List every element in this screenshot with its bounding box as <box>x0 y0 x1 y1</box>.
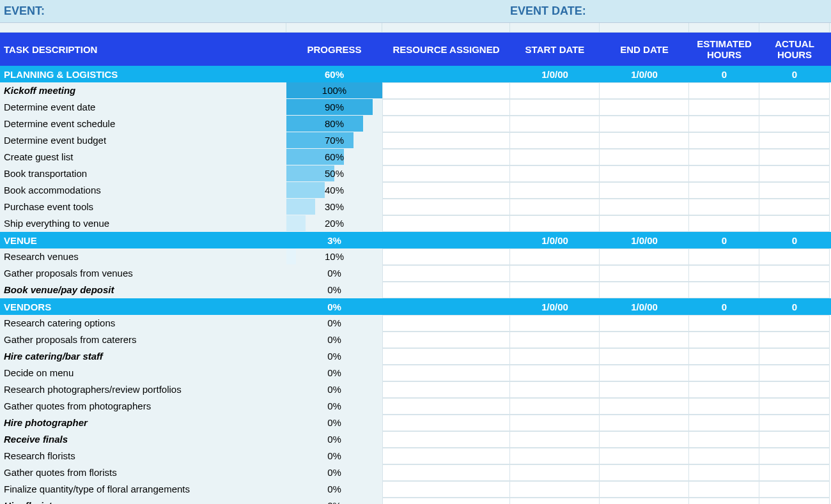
end-cell[interactable] <box>600 315 689 332</box>
end-cell[interactable] <box>600 464 689 481</box>
end-cell[interactable] <box>600 348 689 365</box>
resource-cell[interactable] <box>382 82 510 99</box>
est-cell[interactable] <box>689 82 759 99</box>
task-cell[interactable]: Research venues <box>0 248 286 265</box>
table-row[interactable]: Gather quotes from florists0% <box>0 464 831 481</box>
progress-cell[interactable]: 40% <box>286 182 382 199</box>
progress-cell[interactable]: 100% <box>286 82 382 99</box>
act-cell[interactable] <box>759 248 830 265</box>
end-cell[interactable] <box>600 116 689 132</box>
progress-cell[interactable]: 0% <box>286 348 382 365</box>
est-cell[interactable] <box>689 248 759 265</box>
est-cell[interactable] <box>689 481 759 498</box>
act-cell[interactable] <box>759 149 830 165</box>
resource-cell[interactable] <box>382 365 510 381</box>
est-cell[interactable] <box>689 498 759 504</box>
progress-cell[interactable]: 0% <box>286 315 382 332</box>
act-cell[interactable] <box>759 398 830 415</box>
act-cell[interactable] <box>759 182 830 199</box>
end-cell[interactable] <box>600 282 689 298</box>
table-row[interactable]: Gather proposals from venues0% <box>0 265 831 282</box>
task-cell[interactable]: Purchase event tools <box>0 199 286 215</box>
start-cell[interactable] <box>510 149 600 165</box>
resource-cell[interactable] <box>382 448 510 464</box>
task-cell[interactable]: Hire photographer <box>0 415 286 431</box>
table-row[interactable]: Ship everything to venue20% <box>0 215 831 232</box>
act-cell[interactable] <box>759 99 830 116</box>
act-cell[interactable] <box>759 498 830 504</box>
resource-cell[interactable] <box>382 431 510 448</box>
task-cell[interactable]: Determine event budget <box>0 132 286 149</box>
resource-cell[interactable] <box>382 415 510 431</box>
start-cell[interactable] <box>510 199 600 215</box>
act-cell[interactable] <box>759 481 830 498</box>
start-cell[interactable] <box>510 132 600 149</box>
resource-cell[interactable] <box>382 215 510 232</box>
start-cell[interactable] <box>510 282 600 298</box>
progress-cell[interactable]: 0% <box>286 381 382 398</box>
resource-cell[interactable] <box>382 248 510 265</box>
end-cell[interactable] <box>600 132 689 149</box>
progress-cell[interactable]: 0% <box>286 415 382 431</box>
task-cell[interactable]: Book accommodations <box>0 182 286 199</box>
end-cell[interactable] <box>600 82 689 99</box>
end-cell[interactable] <box>600 481 689 498</box>
task-cell[interactable]: Gather proposals from caterers <box>0 332 286 348</box>
task-cell[interactable]: Research catering options <box>0 315 286 332</box>
start-cell[interactable] <box>510 116 600 132</box>
end-cell[interactable] <box>600 398 689 415</box>
est-cell[interactable] <box>689 182 759 199</box>
start-cell[interactable] <box>510 448 600 464</box>
task-cell[interactable]: Receive finals <box>0 431 286 448</box>
start-cell[interactable] <box>510 431 600 448</box>
start-cell[interactable] <box>510 365 600 381</box>
act-cell[interactable] <box>759 348 830 365</box>
act-cell[interactable] <box>759 415 830 431</box>
end-cell[interactable] <box>600 215 689 232</box>
progress-cell[interactable]: 10% <box>286 248 382 265</box>
progress-cell[interactable]: 0% <box>286 431 382 448</box>
table-row[interactable]: Book transportation50% <box>0 165 831 182</box>
act-cell[interactable] <box>759 315 830 332</box>
table-row[interactable]: Hire florist0% <box>0 498 831 504</box>
resource-cell[interactable] <box>382 315 510 332</box>
progress-cell[interactable]: 0% <box>286 265 382 282</box>
est-cell[interactable] <box>689 99 759 116</box>
start-cell[interactable] <box>510 248 600 265</box>
end-cell[interactable] <box>600 415 689 431</box>
end-cell[interactable] <box>600 448 689 464</box>
start-cell[interactable] <box>510 332 600 348</box>
act-cell[interactable] <box>759 464 830 481</box>
start-cell[interactable] <box>510 265 600 282</box>
resource-cell[interactable] <box>382 498 510 504</box>
resource-cell[interactable] <box>382 332 510 348</box>
progress-cell[interactable]: 80% <box>286 116 382 132</box>
task-cell[interactable]: Determine event schedule <box>0 116 286 132</box>
start-cell[interactable] <box>510 82 600 99</box>
task-cell[interactable]: Gather quotes from florists <box>0 464 286 481</box>
progress-cell[interactable]: 0% <box>286 481 382 498</box>
act-cell[interactable] <box>759 82 830 99</box>
est-cell[interactable] <box>689 116 759 132</box>
task-cell[interactable]: Create guest list <box>0 149 286 165</box>
end-cell[interactable] <box>600 199 689 215</box>
act-cell[interactable] <box>759 265 830 282</box>
table-row[interactable]: Receive finals0% <box>0 431 831 448</box>
table-row[interactable]: Hire catering/bar staff0% <box>0 348 831 365</box>
task-cell[interactable]: Research florists <box>0 448 286 464</box>
task-cell[interactable]: Gather proposals from venues <box>0 265 286 282</box>
table-row[interactable]: Research photographers/review portfolios… <box>0 381 831 398</box>
est-cell[interactable] <box>689 332 759 348</box>
act-cell[interactable] <box>759 199 830 215</box>
task-cell[interactable]: Kickoff meeting <box>0 82 286 99</box>
act-cell[interactable] <box>759 132 830 149</box>
end-cell[interactable] <box>600 332 689 348</box>
end-cell[interactable] <box>600 381 689 398</box>
resource-cell[interactable] <box>382 99 510 116</box>
resource-cell[interactable] <box>382 132 510 149</box>
table-row[interactable]: Determine event schedule80% <box>0 116 831 132</box>
progress-cell[interactable]: 70% <box>286 132 382 149</box>
end-cell[interactable] <box>600 99 689 116</box>
progress-cell[interactable]: 0% <box>286 498 382 504</box>
act-cell[interactable] <box>759 448 830 464</box>
